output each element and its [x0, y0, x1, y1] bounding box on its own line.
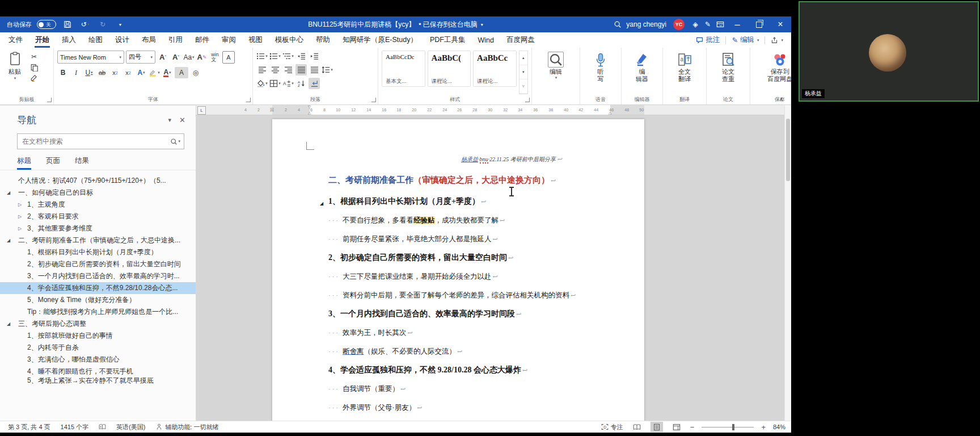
search-options-chevron-icon[interactable]: ▾ [178, 139, 180, 144]
nav-collapsed-triangle-icon[interactable]: ▷ [18, 226, 27, 231]
nav-item[interactable]: 3、一个月内找到自己适合的、效率最高的学习时... [0, 270, 196, 282]
bullets-button[interactable]: ▾ [256, 51, 268, 62]
nav-tab-results[interactable]: 结果 [75, 156, 89, 170]
nav-expanded-triangle-icon[interactable]: ◢ [7, 190, 18, 195]
cut-button[interactable]: ✂ [28, 52, 40, 61]
nav-pane-options-button[interactable]: ▾ [168, 116, 172, 124]
asian-layout-button[interactable]: ▾ [282, 78, 294, 89]
shrink-font-button[interactable]: Aˇ [170, 52, 181, 63]
show-formatting-marks-button[interactable] [309, 78, 320, 89]
clear-formatting-button[interactable]: A✎ [196, 52, 208, 63]
text-effects-button[interactable]: A▾ [136, 67, 147, 78]
grow-font-button[interactable]: Aˆ [157, 52, 168, 63]
close-button[interactable]: × [770, 16, 791, 32]
menu-tab[interactable]: 布局 [136, 32, 162, 48]
nav-tab-headings[interactable]: 标题 [17, 156, 31, 170]
styles-dialog-launcher[interactable] [525, 98, 530, 102]
print-layout-button[interactable] [650, 422, 663, 432]
line-spacing-button[interactable]: ▾ [322, 64, 333, 76]
italic-button[interactable]: I [70, 67, 82, 78]
align-center-button[interactable] [269, 64, 281, 76]
nav-item[interactable]: 1、按部就班做好自己的事情 [0, 330, 196, 342]
style-card[interactable]: AaBbCc 课程论... [473, 51, 517, 87]
paper-check-button[interactable]: 论文 查重 [715, 51, 741, 83]
quick-access-menu-button[interactable]: ▾ [114, 18, 126, 31]
focus-mode-button[interactable]: 专注 [601, 423, 623, 431]
paragraph-dialog-launcher[interactable] [371, 98, 376, 102]
highlight-color-button[interactable]: ▾ [149, 67, 160, 78]
save-to-baidu-button[interactable]: 保存到 百度网盘 [767, 51, 793, 83]
nav-item[interactable]: 4、睡不着闭眼睛也行，不要玩手机 [0, 366, 196, 378]
outline-expand-icon[interactable]: ◢ [320, 198, 323, 209]
justify-button[interactable] [295, 64, 307, 76]
align-left-button[interactable] [256, 64, 268, 76]
horizontal-ruler[interactable]: 42回2468101214161820222426283032343638404… [196, 105, 785, 115]
menu-tab[interactable]: 文件 [2, 32, 29, 48]
zoom-out-button[interactable]: − [690, 423, 695, 431]
search-button[interactable] [611, 18, 624, 31]
zoom-slider[interactable] [702, 427, 754, 427]
shading-button[interactable]: ▾ [256, 78, 268, 89]
increase-indent-button[interactable] [309, 51, 320, 62]
font-name-select[interactable]: Times New Rom▾ [57, 51, 124, 64]
find-edit-button[interactable]: 编辑 ▾ [543, 51, 569, 80]
nav-collapsed-triangle-icon[interactable]: ▷ [18, 202, 27, 207]
copy-button[interactable] [28, 62, 40, 72]
editor-button[interactable]: 编 辑器 [629, 51, 655, 83]
borders-button[interactable]: ▾ [269, 78, 281, 89]
titlebar[interactable]: 自动保存 关 ↺▾ ↻ ▾ BNU1125考研前中后期讲稿【ycy】 • 已保存… [0, 16, 791, 32]
inking-pen-icon[interactable]: ✎ [702, 18, 714, 31]
strikethrough-button[interactable]: ab [96, 67, 108, 78]
menu-tab[interactable]: 邮件 [189, 32, 216, 48]
nav-item[interactable]: 3、充满信心，哪怕是虚假信心 [0, 354, 196, 366]
multilevel-list-button[interactable]: ▾ [282, 51, 294, 62]
numbering-button[interactable]: ▾ [269, 51, 281, 62]
paste-button[interactable]: 粘贴 ▾ [3, 51, 26, 94]
distribute-button[interactable] [309, 64, 320, 76]
menu-tab[interactable]: 百度网盘 [500, 32, 541, 48]
nav-item[interactable]: Tip：能够找到报考方向上岸师兄师姐也是一个比... [0, 306, 196, 318]
autosave-toggle[interactable]: 关 [37, 20, 56, 29]
menu-tab[interactable]: 设计 [109, 32, 136, 48]
premium-diamond-icon[interactable]: ◈ [689, 18, 702, 31]
nav-item[interactable]: ◢三、考研后期心态调整 [0, 318, 196, 330]
phonetic-guide-button[interactable]: win文 [209, 52, 221, 63]
nav-item[interactable]: ◢一、如何确定自己的目标 [0, 187, 196, 199]
menu-tab[interactable]: 引用 [162, 32, 189, 48]
zoom-slider-thumb[interactable] [732, 424, 734, 430]
nav-item[interactable]: 5、考场上紧张→实在冷静不了就尽早摸底 [0, 378, 196, 384]
styles-gallery-more-button[interactable]: ▿ [519, 79, 527, 94]
minimize-button[interactable]: ─ [726, 16, 748, 32]
style-card[interactable]: AaBbC( 课程论... [428, 51, 471, 87]
accessibility-status[interactable]: 辅助功能: 一切就绪 [155, 423, 218, 431]
tab-selector-button[interactable]: L [197, 106, 206, 115]
character-shading-button[interactable]: A [175, 67, 188, 78]
zoom-level[interactable]: 84% [773, 424, 785, 430]
video-participant-tile[interactable]: 杨承益 [799, 1, 979, 102]
comments-button[interactable]: 批注 [696, 35, 720, 45]
nav-expanded-triangle-icon[interactable]: ◢ [7, 321, 18, 326]
nav-collapsed-triangle-icon[interactable]: ▷ [18, 214, 27, 219]
menu-tab[interactable]: 模板中心 [269, 32, 310, 48]
menu-tab[interactable]: 开始 [29, 32, 56, 48]
vertical-scrollbar[interactable] [784, 105, 791, 421]
nav-search-input[interactable] [21, 137, 170, 146]
scrollbar-thumb[interactable] [786, 119, 790, 181]
proofing-status-button[interactable] [99, 424, 106, 430]
subscript-button[interactable]: x2 [109, 67, 121, 78]
language-indicator[interactable]: 英语(美国) [116, 423, 145, 431]
menu-tab[interactable]: 帮助 [310, 32, 336, 48]
underline-button[interactable]: U▾ [83, 67, 95, 78]
redo-button[interactable]: ↻ [96, 18, 109, 31]
zoom-in-button[interactable]: + [761, 423, 766, 431]
font-color-button[interactable]: A▾ [162, 67, 173, 78]
nav-expanded-triangle-icon[interactable]: ◢ [7, 238, 18, 243]
translate-button[interactable]: 全文 翻译 [671, 51, 698, 83]
ribbon-display-options-button[interactable] [714, 18, 726, 31]
change-case-button[interactable]: Aa▾ [183, 52, 195, 63]
nav-item[interactable]: 4、学会适应孤独和压抑，不然9.28/10.28会心态... [0, 282, 196, 294]
nav-item[interactable]: 个人情况：初试407（75+/90+/115+/120+）（5... [0, 175, 196, 187]
menu-tab[interactable]: 审阅 [216, 32, 242, 48]
web-layout-button[interactable] [670, 422, 683, 432]
user-avatar[interactable]: YC [673, 19, 685, 30]
